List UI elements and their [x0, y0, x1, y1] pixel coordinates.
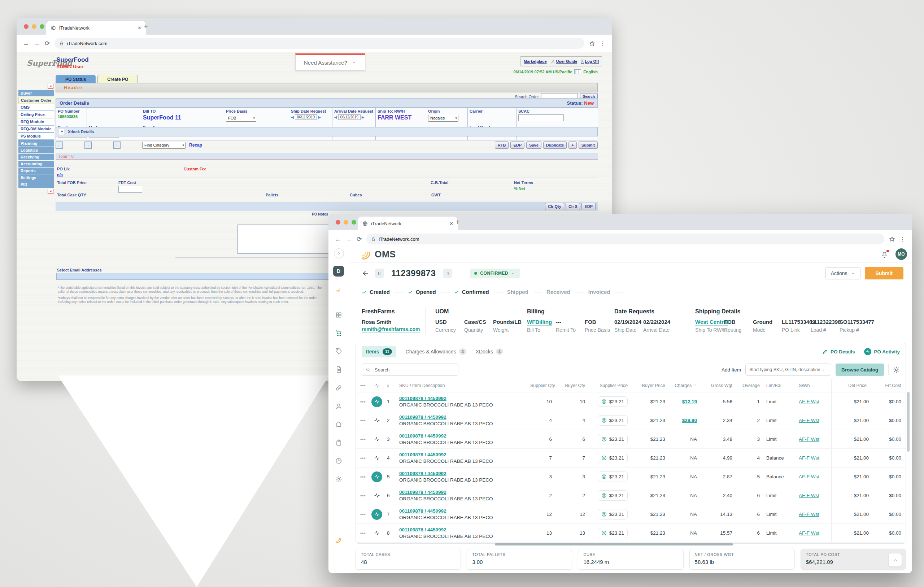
po-activity-button[interactable]: PO Activity: [864, 348, 900, 355]
close-window-button[interactable]: [24, 24, 28, 29]
row-menu-icon[interactable]: •••: [356, 512, 369, 517]
sku-link[interactable]: 001109878 / 4450992: [399, 489, 447, 495]
swh-link[interactable]: AF-F Wst: [799, 493, 819, 498]
status-badge[interactable]: CONFIRMED: [470, 269, 520, 278]
tab-charges-allowances[interactable]: Charges & Allowances 4: [406, 348, 466, 355]
back-nav-icon[interactable]: ←: [23, 40, 29, 46]
item-row[interactable]: ••• 6 001109878 / 4450992 ORGANIC BROCCO…: [356, 486, 906, 505]
row-menu-icon[interactable]: •••: [356, 493, 369, 498]
item-row[interactable]: ••• 2 001109878 / 4450992 ORGANIC BROCCO…: [356, 411, 906, 430]
reload-icon[interactable]: ⟳: [45, 40, 50, 46]
minimize-window-button[interactable]: [32, 24, 36, 29]
date-next-icon[interactable]: ▶: [318, 115, 321, 119]
sku-link[interactable]: 001109878 / 4450992: [399, 452, 447, 457]
pricing-tag-icon[interactable]: [335, 347, 342, 354]
sidebar-collapse-icon[interactable]: ◄: [48, 84, 53, 89]
need-assistance-dropdown[interactable]: Need Assistance?: [295, 53, 365, 70]
sidebar-item[interactable]: RFQ-DM Module: [18, 126, 54, 133]
itrade-mini-icon[interactable]: [335, 287, 342, 294]
scac-input[interactable]: [518, 114, 564, 121]
new-tab-button[interactable]: +: [144, 22, 148, 31]
sidebar-item[interactable]: Logistics: [18, 147, 54, 154]
supplier-price-cell[interactable]: $23.21: [589, 434, 632, 445]
vendor-email-link[interactable]: rsmith@freshfarms.com: [362, 326, 420, 333]
swh-link[interactable]: AF-F Wst: [799, 511, 819, 517]
swh-link[interactable]: AF-F Wst: [799, 530, 819, 536]
swh-link[interactable]: AF-F Wst: [799, 418, 819, 423]
maximize-window-button[interactable]: [40, 24, 45, 29]
item-row[interactable]: ••• 4 001109878 / 4450992 ORGANIC BROCCO…: [356, 449, 906, 468]
browse-catalog-button[interactable]: Browse Catalog: [836, 364, 884, 376]
charges-value[interactable]: NA: [690, 437, 697, 442]
tab-close-icon[interactable]: ✕: [449, 221, 453, 227]
charges-value[interactable]: NA: [690, 455, 697, 461]
date-prev-icon[interactable]: ◀: [334, 115, 337, 119]
sidebar-collapse-bottom-icon[interactable]: ◄: [48, 189, 53, 194]
item-row[interactable]: ••• 8 001109878 / 4450992 ORGANIC BROCCO…: [356, 524, 906, 542]
ship-to-link[interactable]: FARR WEST: [378, 114, 411, 121]
tab-items[interactable]: Items 11: [362, 346, 396, 357]
item-search-box[interactable]: [362, 364, 459, 376]
sku-link[interactable]: 001109878 / 4450992: [399, 396, 447, 401]
clear-button[interactable]: Clr $: [566, 203, 580, 210]
toolbar-button[interactable]: +: [568, 142, 576, 149]
workspace-avatar[interactable]: D: [333, 266, 344, 276]
scroll-right-icon[interactable]: →: [84, 142, 92, 149]
item-row[interactable]: ••• 5 001109878 / 4450992 ORGANIC BROCCO…: [356, 468, 906, 486]
toolbar-button[interactable]: Submit: [579, 142, 598, 149]
sidebar-item[interactable]: Ceiling Price: [18, 111, 54, 118]
po-nav-tab[interactable]: PO Status: [56, 75, 96, 83]
charges-header[interactable]: Charges: [670, 383, 701, 388]
sidebar-item[interactable]: Reports: [18, 167, 54, 174]
row-activity-cell[interactable]: [369, 436, 385, 442]
po-notes-textarea[interactable]: [238, 225, 331, 254]
analytics-pie-icon[interactable]: [335, 457, 342, 464]
user-guide-link[interactable]: User Guide: [550, 59, 578, 64]
forward-nav-icon[interactable]: →: [34, 40, 40, 46]
toolbar-button[interactable]: EDP: [510, 142, 525, 149]
supplier-price-cell[interactable]: $23.21: [589, 453, 632, 463]
notifications-bell-icon[interactable]: [881, 251, 888, 260]
sidebar-item[interactable]: OMS: [18, 104, 54, 111]
sidebar-item[interactable]: Accounting: [18, 160, 54, 167]
po-lik-link[interactable]: n/a: [57, 172, 63, 177]
sidebar-item[interactable]: Settings: [18, 174, 54, 181]
horizontal-scrollbar[interactable]: [356, 542, 906, 546]
row-menu-icon[interactable]: •••: [356, 456, 369, 461]
row-menu-icon[interactable]: •••: [356, 531, 369, 536]
bookmark-star-icon[interactable]: [589, 40, 595, 46]
custom-fee-link[interactable]: Custom Fee: [184, 167, 206, 171]
contacts-person-icon[interactable]: [335, 402, 342, 410]
origin-select[interactable]: Nogales▾: [428, 115, 459, 122]
clear-button[interactable]: Clr Qty: [545, 203, 564, 210]
row-activity-cell[interactable]: [369, 493, 385, 499]
sku-link[interactable]: 001109878 / 4450992: [399, 433, 447, 439]
reload-icon[interactable]: ⟳: [356, 236, 362, 242]
sidebar-item[interactable]: Receiving: [18, 154, 54, 160]
scrollbar-thumb[interactable]: [495, 543, 733, 546]
swh-link[interactable]: AF-F Wst: [799, 474, 819, 480]
email-addresses-field[interactable]: [56, 273, 332, 280]
window-controls[interactable]: [336, 220, 356, 225]
date-prev-icon[interactable]: ◀: [291, 115, 294, 119]
charges-value[interactable]: $12.19: [682, 399, 697, 404]
row-menu-icon[interactable]: •••: [356, 437, 369, 442]
back-arrow-icon[interactable]: [362, 269, 370, 277]
ship-date-value[interactable]: 06/11/2019: [295, 114, 317, 120]
supplier-price-cell[interactable]: $23.21: [589, 509, 632, 519]
browser-tab[interactable]: iTradeNetwork ✕: [46, 21, 146, 35]
swh-link[interactable]: AF-F Wst: [799, 399, 819, 404]
frt-cost-input[interactable]: [119, 186, 142, 193]
charges-value[interactable]: NA: [690, 474, 697, 480]
sku-link[interactable]: 001109878 / 4450992: [399, 415, 447, 420]
window-controls[interactable]: [24, 24, 45, 29]
supplier-price-cell[interactable]: $23.21: [589, 471, 632, 482]
row-activity-cell[interactable]: [369, 509, 385, 520]
sidebar-item[interactable]: Planning: [18, 140, 54, 147]
charges-value[interactable]: NA: [690, 530, 697, 536]
scroll-left-icon[interactable]: ←: [56, 142, 63, 149]
row-activity-cell[interactable]: [369, 455, 385, 461]
supplier-price-cell[interactable]: $23.21: [589, 396, 632, 407]
sidebar-item[interactable]: Buyer: [18, 90, 54, 97]
table-settings-gear-icon[interactable]: [893, 366, 900, 373]
